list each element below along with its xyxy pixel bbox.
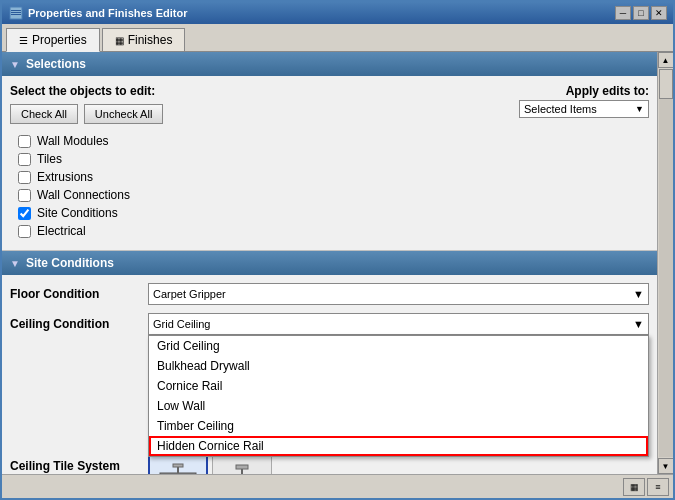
checkbox-extrusions[interactable] bbox=[18, 171, 31, 184]
selections-header-label: Selections bbox=[26, 57, 86, 71]
tab-finishes-label: Finishes bbox=[128, 33, 173, 47]
checkbox-item-wall-modules: Wall Modules bbox=[18, 134, 641, 148]
selections-left: Select the objects to edit: Check All Un… bbox=[10, 84, 163, 124]
window-controls: ─ □ ✕ bbox=[615, 6, 667, 20]
minimize-button[interactable]: ─ bbox=[615, 6, 631, 20]
tab-properties-label: Properties bbox=[32, 33, 87, 47]
close-button[interactable]: ✕ bbox=[651, 6, 667, 20]
checkbox-electrical[interactable] bbox=[18, 225, 31, 238]
dropdown-item-low-wall[interactable]: Low Wall bbox=[149, 396, 648, 416]
dropdown-item-hidden-cornice-rail[interactable]: Hidden Cornice Rail bbox=[149, 436, 648, 456]
scrollbar: ▲ ▼ bbox=[657, 52, 673, 474]
select-objects-label: Select the objects to edit: bbox=[10, 84, 163, 98]
checkbox-extrusions-label: Extrusions bbox=[37, 170, 93, 184]
tile-preview-flush bbox=[148, 455, 208, 474]
app-icon bbox=[8, 5, 24, 21]
tab-bar: ☰ Properties ▦ Finishes bbox=[2, 24, 673, 52]
ceiling-condition-value: Grid Ceiling bbox=[153, 318, 210, 330]
ceiling-tile-system-label: Ceiling Tile System bbox=[10, 455, 140, 473]
ceiling-condition-label: Ceiling Condition bbox=[10, 317, 140, 331]
site-conditions-header-label: Site Conditions bbox=[26, 256, 114, 270]
dropdown-item-cornice-rail[interactable]: Cornice Rail bbox=[149, 376, 648, 396]
properties-tab-icon: ☰ bbox=[19, 35, 28, 46]
content-area: ▼ Selections Select the objects to edit:… bbox=[2, 52, 673, 474]
scroll-track bbox=[659, 69, 673, 457]
site-conditions-section: Floor Condition Carpet Gripper ▼ Ceiling… bbox=[2, 275, 657, 474]
site-conditions-header: ▼ Site Conditions bbox=[2, 251, 657, 275]
selections-section: Select the objects to edit: Check All Un… bbox=[2, 76, 657, 251]
apply-edits-dropdown[interactable]: Selected Items ▼ bbox=[519, 100, 649, 118]
apply-edits-arrow-icon: ▼ bbox=[635, 104, 644, 114]
checkbox-item-extrusions: Extrusions bbox=[18, 170, 641, 184]
checkbox-item-site-conditions: Site Conditions bbox=[18, 206, 641, 220]
apply-edits-right: Apply edits to: Selected Items ▼ bbox=[519, 84, 649, 118]
title-bar: Properties and Finishes Editor ─ □ ✕ bbox=[2, 2, 673, 24]
checkbox-item-wall-connections: Wall Connections bbox=[18, 188, 641, 202]
checkbox-tiles[interactable] bbox=[18, 153, 31, 166]
floor-condition-label: Floor Condition bbox=[10, 287, 140, 301]
check-all-button[interactable]: Check All bbox=[10, 104, 78, 124]
bottom-toolbar: ▦ ≡ bbox=[2, 474, 673, 498]
tile-preview-concealed bbox=[212, 455, 272, 474]
checkbox-tiles-label: Tiles bbox=[37, 152, 62, 166]
dropdown-item-bulkhead-drywall[interactable]: Bulkhead Drywall bbox=[149, 356, 648, 376]
check-buttons-row: Check All Uncheck All bbox=[10, 104, 163, 124]
checkbox-site-conditions[interactable] bbox=[18, 207, 31, 220]
checkbox-item-tiles: Tiles bbox=[18, 152, 641, 166]
checkbox-site-conditions-label: Site Conditions bbox=[37, 206, 118, 220]
tab-finishes[interactable]: ▦ Finishes bbox=[102, 28, 186, 51]
main-window: Properties and Finishes Editor ─ □ ✕ ☰ P… bbox=[0, 0, 675, 500]
floor-condition-row: Floor Condition Carpet Gripper ▼ bbox=[10, 283, 649, 305]
ceiling-tile-system-row: Ceiling Tile System Flush bbox=[10, 455, 649, 474]
selections-arrow-icon: ▼ bbox=[10, 59, 20, 70]
scroll-up-button[interactable]: ▲ bbox=[658, 52, 674, 68]
left-panel: ▼ Selections Select the objects to edit:… bbox=[2, 52, 657, 474]
apply-edits-label: Apply edits to: bbox=[566, 84, 649, 98]
maximize-button[interactable]: □ bbox=[633, 6, 649, 20]
checkbox-wall-modules-label: Wall Modules bbox=[37, 134, 109, 148]
apply-edits-value: Selected Items bbox=[524, 103, 597, 115]
toolbar-grid-button[interactable]: ▦ bbox=[623, 478, 645, 496]
toolbar-list-button[interactable]: ≡ bbox=[647, 478, 669, 496]
uncheck-all-button[interactable]: Uncheck All bbox=[84, 104, 163, 124]
ceiling-condition-dropdown: Grid Ceiling Bulkhead Drywall Cornice Ra… bbox=[148, 335, 649, 457]
scroll-down-button[interactable]: ▼ bbox=[658, 458, 674, 474]
ceiling-condition-select[interactable]: Grid Ceiling ▼ bbox=[148, 313, 649, 335]
dropdown-item-grid-ceiling[interactable]: Grid Ceiling bbox=[149, 336, 648, 356]
selections-header: ▼ Selections bbox=[2, 52, 657, 76]
svg-rect-6 bbox=[173, 464, 183, 467]
svg-rect-2 bbox=[11, 12, 21, 13]
checkbox-wall-modules[interactable] bbox=[18, 135, 31, 148]
checkbox-item-electrical: Electrical bbox=[18, 224, 641, 238]
tile-options: Flush Concealed ... bbox=[148, 455, 649, 474]
floor-condition-arrow-icon: ▼ bbox=[633, 288, 644, 300]
checkbox-wall-connections[interactable] bbox=[18, 189, 31, 202]
checkbox-wall-connections-label: Wall Connections bbox=[37, 188, 130, 202]
finishes-tab-icon: ▦ bbox=[115, 35, 124, 46]
svg-rect-1 bbox=[11, 10, 21, 11]
selections-top-row: Select the objects to edit: Check All Un… bbox=[10, 84, 649, 124]
scroll-thumb[interactable] bbox=[659, 69, 673, 99]
ceiling-condition-row: Ceiling Condition Grid Ceiling ▼ Grid Ce… bbox=[10, 313, 649, 335]
svg-rect-9 bbox=[236, 465, 248, 469]
site-conditions-arrow-icon: ▼ bbox=[10, 258, 20, 269]
tile-option-flush[interactable]: Flush bbox=[148, 455, 208, 474]
title-text: Properties and Finishes Editor bbox=[28, 7, 615, 19]
tab-properties[interactable]: ☰ Properties bbox=[6, 28, 100, 52]
dropdown-item-timber-ceiling[interactable]: Timber Ceiling bbox=[149, 416, 648, 436]
svg-rect-3 bbox=[11, 14, 21, 15]
checkbox-list: Wall Modules Tiles Extrusions Wall Conne… bbox=[10, 130, 649, 242]
checkbox-electrical-label: Electrical bbox=[37, 224, 86, 238]
floor-condition-select[interactable]: Carpet Gripper ▼ bbox=[148, 283, 649, 305]
tile-option-concealed[interactable]: Concealed ... bbox=[212, 455, 272, 474]
ceiling-condition-arrow-icon: ▼ bbox=[633, 318, 644, 330]
floor-condition-value: Carpet Gripper bbox=[153, 288, 226, 300]
